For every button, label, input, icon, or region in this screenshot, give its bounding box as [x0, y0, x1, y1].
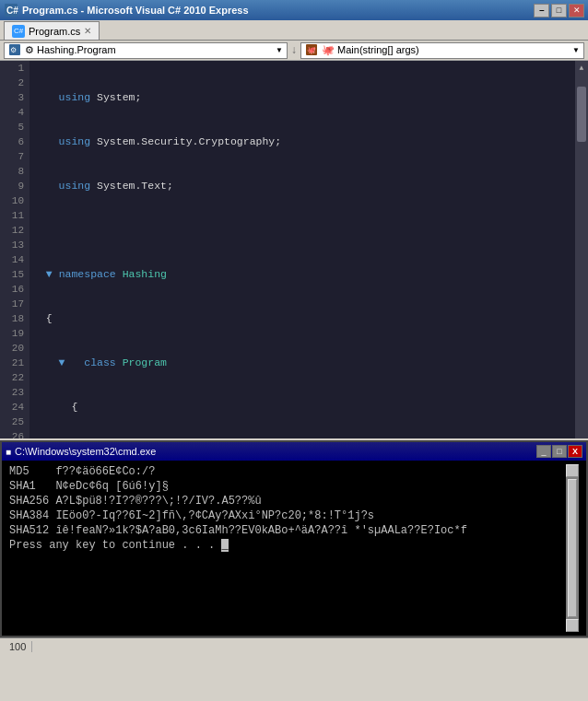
- code-line-5: ▼ namespace Hashing: [33, 267, 571, 282]
- line-num-3: 3: [0, 90, 24, 105]
- line-num-10: 10: [0, 193, 24, 208]
- cmd-scrollbar[interactable]: ▲ ▼: [566, 464, 579, 632]
- cmd-close-button[interactable]: X: [568, 445, 582, 458]
- line-num-22: 22: [0, 370, 24, 385]
- tab-close-button[interactable]: ✕: [84, 26, 91, 36]
- window-controls: ‒ □ ✕: [534, 4, 584, 18]
- dropdown-separator: ↓: [289, 44, 299, 57]
- cs-file-icon: C#: [12, 25, 25, 38]
- class-dropdown-arrow: ▼: [276, 46, 283, 54]
- code-line-6: {: [33, 311, 571, 326]
- scroll-thumb[interactable]: [577, 87, 586, 142]
- line-num-26: 26: [0, 429, 24, 438]
- tab-program-cs[interactable]: C# Program.cs ✕: [4, 21, 100, 40]
- line-num-5: 5: [0, 120, 24, 134]
- line-num-25: 25: [0, 415, 24, 429]
- close-button[interactable]: ✕: [569, 4, 584, 18]
- tab-label: Program.cs: [29, 26, 80, 37]
- class-dropdown-text: ⚙ Hashing.Program: [25, 44, 116, 56]
- class-dropdown-icon: ⚙: [8, 43, 21, 58]
- method-dropdown-text: 🐙 Main(string[] args): [322, 44, 419, 56]
- line-num-24: 24: [0, 400, 24, 415]
- line-num-16: 16: [0, 282, 24, 297]
- line-num-17: 17: [0, 297, 24, 311]
- line-num-7: 7: [0, 149, 24, 164]
- line-num-21: 21: [0, 356, 24, 370]
- maximize-button[interactable]: □: [551, 4, 567, 18]
- cmd-scroll-up[interactable]: ▲: [566, 464, 579, 477]
- code-line-1: using System;: [33, 90, 571, 105]
- tab-bar: C# Program.cs ✕: [0, 20, 588, 41]
- minimize-button[interactable]: ‒: [534, 4, 549, 18]
- line-num-15: 15: [0, 267, 24, 282]
- line-num-8: 8: [0, 164, 24, 179]
- class-dropdown[interactable]: ⚙ ⚙ Hashing.Program ▼: [4, 42, 288, 59]
- method-dropdown-arrow: ▼: [572, 46, 580, 54]
- svg-text:🐙: 🐙: [307, 45, 316, 54]
- title-bar: C# Program.cs - Microsoft Visual C# 2010…: [0, 0, 588, 20]
- cmd-title-bar: ■ C:\Windows\system32\cmd.exe _ □ X: [2, 442, 586, 461]
- cmd-window: ■ C:\Windows\system32\cmd.exe _ □ X MD5 …: [0, 440, 588, 637]
- cmd-maximize-button[interactable]: □: [552, 445, 567, 458]
- code-content[interactable]: using System; using System.Security.Cryp…: [29, 61, 575, 438]
- cmd-output: MD5 f??¢äö66E¢Co:/? SHA1 N¢eDc¢6q [6ú6!y…: [9, 464, 566, 632]
- line-num-4: 4: [0, 105, 24, 120]
- code-editor[interactable]: 1 2 3 4 5 6 7 8 9 10 11 12 13 14 15 16 1…: [0, 61, 588, 438]
- line-num-11: 11: [0, 208, 24, 223]
- code-line-7: ▼ class Program: [33, 356, 571, 370]
- cmd-body: MD5 f??¢äö66E¢Co:/? SHA1 N¢eDc¢6q [6ú6!y…: [2, 461, 586, 636]
- line-num-2: 2: [0, 76, 24, 90]
- line-num-18: 18: [0, 311, 24, 326]
- cmd-controls: _ □ X: [536, 445, 582, 458]
- line-num-23: 23: [0, 385, 24, 400]
- cmd-minimize-button[interactable]: _: [536, 445, 551, 458]
- status-bar: 100: [0, 637, 588, 654]
- cmd-icon: ■: [6, 447, 11, 457]
- line-num-14: 14: [0, 252, 24, 267]
- code-line-3: using System.Text;: [33, 179, 571, 193]
- scroll-up-button[interactable]: ▲: [575, 61, 588, 74]
- cmd-title-text: C:\Windows\system32\cmd.exe: [15, 446, 536, 457]
- line-num-20: 20: [0, 341, 24, 356]
- cmd-scroll-thumb[interactable]: [568, 479, 577, 617]
- method-dropdown-icon: 🐙: [305, 43, 318, 58]
- line-num-6: 6: [0, 134, 24, 149]
- line-num-12: 12: [0, 223, 24, 238]
- method-dropdown[interactable]: 🐙 🐙 Main(string[] args) ▼: [300, 42, 584, 59]
- line-numbers: 1 2 3 4 5 6 7 8 9 10 11 12 13 14 15 16 1…: [0, 61, 29, 438]
- status-line-col: 100: [4, 641, 32, 652]
- line-num-13: 13: [0, 238, 24, 252]
- code-line-2: using System.Security.Cryptography;: [33, 134, 571, 149]
- line-num-19: 19: [0, 326, 24, 341]
- app-icon: C#: [4, 3, 18, 18]
- svg-text:⚙: ⚙: [10, 46, 17, 54]
- svg-text:C#: C#: [6, 6, 18, 16]
- code-line-8: {: [33, 400, 571, 415]
- line-num-1: 1: [0, 61, 24, 76]
- cmd-scroll-down[interactable]: ▼: [566, 619, 579, 632]
- navigation-bar: ⚙ ⚙ Hashing.Program ▼ ↓ 🐙 🐙 Main(string[…: [0, 41, 588, 61]
- window-title: Program.cs - Microsoft Visual C# 2010 Ex…: [22, 5, 534, 16]
- code-line-4: [33, 223, 571, 238]
- line-num-9: 9: [0, 179, 24, 193]
- editor-scrollbar[interactable]: ▲: [575, 61, 588, 438]
